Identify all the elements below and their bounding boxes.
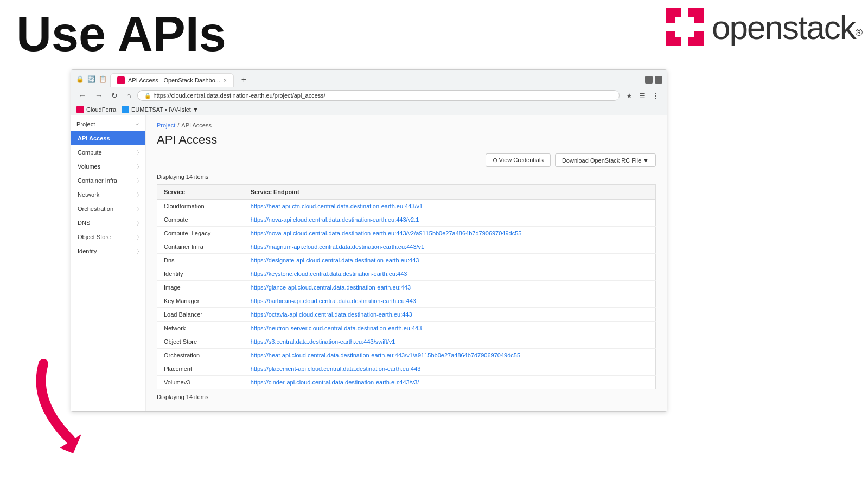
service-cell: Volumev3 bbox=[157, 376, 244, 389]
endpoint-cell[interactable]: https://s3.central.data.destination-eart… bbox=[244, 335, 656, 349]
home-button[interactable]: ⌂ bbox=[124, 90, 133, 101]
back-button[interactable]: ← bbox=[76, 90, 88, 101]
endpoint-cell[interactable]: https://designate-api.cloud.central.data… bbox=[244, 254, 656, 267]
sidebar-item-container-infra[interactable]: Container Infra 〉 bbox=[71, 174, 145, 188]
sidebar-project[interactable]: Project ✓ bbox=[71, 118, 145, 131]
endpoint-link[interactable]: https://neutron-server.cloud.central.dat… bbox=[251, 325, 422, 331]
endpoint-cell[interactable]: https://heat-api.cloud.central.data.dest… bbox=[244, 349, 656, 362]
browser-tab-active[interactable]: API Access - OpenStack Dashbo... × bbox=[110, 73, 234, 87]
service-cell: Container Infra bbox=[157, 240, 244, 254]
sidebar-object-store-chevron: 〉 bbox=[137, 234, 139, 240]
svg-marker-5 bbox=[60, 434, 81, 453]
sidebar: Project ✓ API Access Compute 〉 Volumes 〉… bbox=[71, 115, 146, 411]
bookmark-cloudferro-label: CloudFerra bbox=[86, 106, 116, 113]
browser-icon-2[interactable]: 🔄 bbox=[87, 75, 95, 84]
sidebar-dns-chevron: 〉 bbox=[137, 220, 139, 226]
dashboard: Project ✓ API Access Compute 〉 Volumes 〉… bbox=[71, 115, 667, 411]
endpoint-link[interactable]: https://glance-api.cloud.central.data.de… bbox=[251, 284, 411, 291]
sidebar-item-identity[interactable]: Identity 〉 bbox=[71, 244, 145, 258]
table-row: Placementhttps://placement-api.cloud.cen… bbox=[157, 362, 656, 376]
sidebar-compute-chevron: 〉 bbox=[137, 150, 139, 156]
sidebar-identity-label: Identity bbox=[78, 248, 97, 254]
endpoint-cell[interactable]: https://heat-api-cfn.cloud.central.data.… bbox=[244, 200, 656, 213]
bookmark-eumetsat[interactable]: EUMETSAT • IVV-Islet ▼ bbox=[122, 106, 199, 113]
endpoint-cell[interactable]: https://cinder-api.cloud.central.data.de… bbox=[244, 376, 656, 389]
svg-rect-4 bbox=[675, 17, 694, 37]
win-maximize[interactable] bbox=[655, 76, 662, 84]
endpoint-cell[interactable]: https://barbican-api.cloud.central.data.… bbox=[244, 294, 656, 308]
table-row: Compute_Legacyhttps://nova-api.cloud.cen… bbox=[157, 227, 656, 240]
browser-icon-3[interactable]: 📋 bbox=[98, 75, 107, 84]
browser-icon-1[interactable]: 🔒 bbox=[75, 75, 84, 84]
cloudferro-favicon bbox=[76, 106, 84, 113]
sidebar-container-infra-label: Container Infra bbox=[78, 177, 117, 184]
service-cell: Orchestration bbox=[157, 349, 244, 362]
endpoint-link[interactable]: https://keystone.cloud.central.data.dest… bbox=[251, 271, 407, 277]
download-rc-file-button[interactable]: Download OpenStack RC File ▼ bbox=[555, 153, 656, 167]
endpoint-cell[interactable]: https://placement-api.cloud.central.data… bbox=[244, 362, 656, 376]
new-tab-button[interactable]: + bbox=[237, 75, 251, 87]
sidebar-identity-chevron: 〉 bbox=[137, 248, 139, 254]
table-row: Load Balancerhttps://octavia-api.cloud.c… bbox=[157, 308, 656, 322]
table-row: Cloudformationhttps://heat-api-cfn.cloud… bbox=[157, 200, 656, 213]
sidebar-item-orchestration[interactable]: Orchestration 〉 bbox=[71, 202, 145, 216]
table-row: Container Infrahttps://magnum-api.cloud.… bbox=[157, 240, 656, 254]
endpoint-link[interactable]: https://placement-api.cloud.central.data… bbox=[251, 365, 421, 372]
eumetsat-favicon bbox=[122, 106, 129, 113]
endpoint-cell[interactable]: https://keystone.cloud.central.data.dest… bbox=[244, 267, 656, 281]
endpoint-link[interactable]: https://magnum-api.cloud.central.data.de… bbox=[251, 243, 424, 250]
sidebar-object-store-label: Object Store bbox=[78, 234, 111, 240]
endpoint-link[interactable]: https://barbican-api.cloud.central.data.… bbox=[251, 298, 416, 304]
sidebar-item-volumes[interactable]: Volumes 〉 bbox=[71, 159, 145, 174]
browser-action-2[interactable]: ☰ bbox=[637, 91, 648, 101]
endpoint-link[interactable]: https://nova-api.cloud.central.data.dest… bbox=[251, 230, 522, 236]
breadcrumb: Project / API Access bbox=[157, 122, 656, 129]
sidebar-api-access-label: API Access bbox=[78, 135, 110, 142]
endpoint-cell[interactable]: https://octavia-api.cloud.central.data.d… bbox=[244, 308, 656, 322]
main-content: Project / API Access API Access ⊙ View C… bbox=[146, 115, 667, 411]
bookmark-cloudferro[interactable]: CloudFerra bbox=[76, 106, 116, 113]
endpoint-cell[interactable]: https://nova-api.cloud.central.data.dest… bbox=[244, 227, 656, 240]
endpoint-link[interactable]: https://nova-api.cloud.central.data.dest… bbox=[251, 216, 419, 223]
endpoint-cell[interactable]: https://magnum-api.cloud.central.data.de… bbox=[244, 240, 656, 254]
browser-action-buttons: ★ ☰ ⋮ bbox=[624, 91, 661, 101]
forward-button[interactable]: → bbox=[93, 90, 105, 101]
endpoint-cell[interactable]: https://nova-api.cloud.central.data.dest… bbox=[244, 213, 656, 227]
endpoint-link[interactable]: https://heat-api.cloud.central.data.dest… bbox=[251, 352, 520, 358]
sidebar-network-chevron: 〉 bbox=[137, 192, 139, 198]
service-cell: Placement bbox=[157, 362, 244, 376]
sidebar-item-compute[interactable]: Compute 〉 bbox=[71, 145, 145, 159]
tab-title: API Access - OpenStack Dashbo... bbox=[128, 77, 220, 84]
openstack-text: openstack® bbox=[712, 8, 863, 47]
endpoint-cell[interactable]: https://glance-api.cloud.central.data.de… bbox=[244, 281, 656, 294]
url-bar[interactable]: 🔒 https://cloud.central.data.destination… bbox=[137, 90, 620, 101]
sidebar-item-api-access[interactable]: API Access bbox=[71, 131, 145, 145]
table-row: Object Storehttps://s3.central.data.dest… bbox=[157, 335, 656, 349]
sidebar-item-network[interactable]: Network 〉 bbox=[71, 188, 145, 202]
breadcrumb-project-link[interactable]: Project bbox=[157, 122, 175, 129]
tab-close-btn[interactable]: × bbox=[224, 78, 227, 84]
browser-action-1[interactable]: ★ bbox=[624, 91, 635, 101]
sidebar-dns-label: DNS bbox=[78, 220, 90, 226]
endpoint-cell[interactable]: https://neutron-server.cloud.central.dat… bbox=[244, 322, 656, 335]
win-minimize[interactable] bbox=[645, 76, 653, 84]
endpoint-link[interactable]: https://heat-api-cfn.cloud.central.data.… bbox=[251, 203, 423, 209]
url-text: https://cloud.central.data.destination-e… bbox=[153, 92, 325, 99]
endpoint-link[interactable]: https://cinder-api.cloud.central.data.de… bbox=[251, 379, 419, 386]
sidebar-container-infra-chevron: 〉 bbox=[137, 178, 139, 184]
service-cell: Compute bbox=[157, 213, 244, 227]
display-count-top: Displaying 14 items bbox=[157, 174, 656, 180]
sidebar-item-dns[interactable]: DNS 〉 bbox=[71, 216, 145, 230]
sidebar-orchestration-label: Orchestration bbox=[78, 206, 113, 212]
col-endpoint-header: Service Endpoint bbox=[244, 185, 656, 200]
sidebar-item-object-store[interactable]: Object Store 〉 bbox=[71, 230, 145, 244]
endpoint-link[interactable]: https://octavia-api.cloud.central.data.d… bbox=[251, 311, 412, 318]
view-credentials-button[interactable]: ⊙ View Credentials bbox=[486, 153, 551, 167]
browser-action-3[interactable]: ⋮ bbox=[650, 91, 661, 101]
endpoint-link[interactable]: https://designate-api.cloud.central.data… bbox=[251, 257, 419, 264]
sidebar-volumes-chevron: 〉 bbox=[137, 164, 139, 170]
refresh-button[interactable]: ↻ bbox=[109, 90, 120, 101]
browser-window: 🔒 🔄 📋 API Access - OpenStack Dashbo... ×… bbox=[71, 69, 667, 412]
toolbar: ⊙ View Credentials Download OpenStack RC… bbox=[157, 153, 656, 167]
endpoint-link[interactable]: https://s3.central.data.destination-eart… bbox=[251, 338, 395, 345]
